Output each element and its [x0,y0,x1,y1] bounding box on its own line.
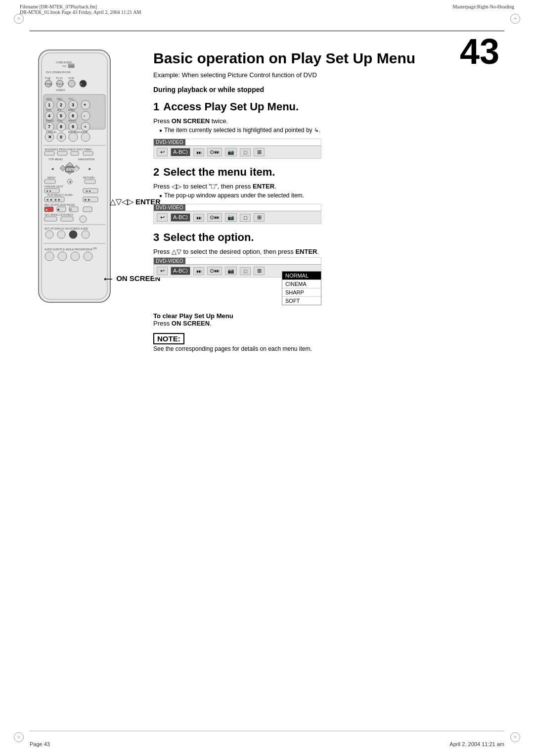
svg-rect-102 [61,217,73,221]
svg-text:SEQUENCE PROG/CHECK DATO   TIM: SEQUENCE PROG/CHECK DATO TIMER [44,148,91,151]
svg-text:ON: ON [93,247,97,250]
dvd-ctrl3-back: ↩ [157,267,168,275]
svg-text:7: 7 [48,124,50,129]
svg-text:TUV: TUV [57,119,62,122]
svg-text:FSR/UHD          VE/VT: FSR/UHD VE/VT [44,185,63,188]
dvd-ctrl2-skip: ⏭ [193,214,204,222]
remote-svg: CABLE/SAT TV DVD DV1 STAND-BY/ON TV@ TV … [29,47,120,310]
svg-text:TV A: TV A [57,83,63,86]
svg-text:TV A/: TV A/ [56,77,63,80]
svg-text:●: ● [45,208,47,211]
svg-text:REC  STOP/CLEAR  PAUSE: REC STOP/CLEAR PAUSE [44,203,75,206]
section-2-title: Select the menu item. [163,166,275,179]
section-1-heading: 1 Access Play Set Up Menu. [153,100,504,113]
bottom-rule [30,731,504,731]
dropdown-item-cinema: CINEMA [282,280,321,288]
dvd-ctrl2-abc: A-BC⟩ [171,213,190,222]
main-content: Basic operation on Play Set Up Menu Exam… [153,49,504,716]
svg-text:NAVIGATION: NAVIGATION [78,158,94,161]
svg-text:◄  ►  ►►: ◄ ► ►► [45,198,61,201]
svg-text:4: 4 [48,113,50,118]
svg-text:◄◄: ◄◄ [85,189,91,192]
dvd-bar-3-area: DVD-VIDEO ↩ A-BC⟩ ⏭ ⊙⏭ 📷 □ ⊞ NORMAL CINE… [153,257,321,278]
svg-text:►►: ►► [84,198,91,201]
top-rule [30,31,504,31]
dvd-ctrl3-grid: ⊞ [254,267,265,275]
footer-page: Page 43 [30,741,50,747]
svg-text:2: 2 [60,102,62,107]
section-2-instruction: Press ◁▷ to select "□", then press ENTER… [153,183,504,190]
section-3-number: 3 [153,231,159,244]
onscreen-arrow-icon: ⟵ [104,276,112,283]
svg-text:8: 8 [60,124,62,129]
svg-rect-79 [85,180,95,184]
dropdown-item-sharp: SHARP [282,288,321,297]
svg-text:■: ■ [57,208,59,211]
dvd-ctrl-back: ↩ [157,148,168,156]
dropdown-menu: NORMAL CINEMA SHARP SOFT [282,271,321,305]
svg-text:REC MODE  LIST/CHECK: REC MODE LIST/CHECK [44,213,73,216]
svg-text:JKL: JKL [57,108,61,111]
svg-text:TV@: TV@ [44,77,51,80]
dvd-ctrl-square: □ [240,148,251,156]
dvd-ctrl-skip: ⏭ [193,148,204,156]
note-section: NOTE: See the corresponding pages for de… [153,333,504,352]
svg-text:9: 9 [72,124,74,129]
dropdown-item-normal: NORMAL [282,272,321,280]
svg-rect-78 [44,180,55,184]
svg-text:MNO: MNO [68,108,75,111]
svg-text:▼: ▼ [69,181,72,184]
svg-text:TOP MENU: TOP MENU [48,158,63,161]
svg-point-39 [81,111,90,120]
svg-text:-: - [84,113,85,118]
dvd-ctrl3-skip: ⏭ [193,267,204,275]
svg-text:WXYZ: WXYZ [68,119,77,122]
dvd-ctrl-cam: 📷 [225,148,237,156]
svg-text:0: 0 [60,135,62,140]
svg-text:SET UP  DISPLAY  ON SCREEN    : SET UP DISPLAY ON SCREEN GUIDE [44,227,89,230]
svg-text:PLAY/SELECT  SLOW+: PLAY/SELECT SLOW+ [47,193,73,196]
section-1-number: 1 [153,100,159,113]
section-3-instruction: Press △▽ to select the desired option, t… [153,248,504,255]
dvd-bar-1: DVD-VIDEO ↩ A-BC⟩ ⏭ ⊙⏭ 📷 □ ⊞ [153,139,321,159]
svg-point-113 [45,252,54,261]
dvd-bar-1-controls: ↩ A-BC⟩ ⏭ ⊙⏭ 📷 □ ⊞ [154,145,321,158]
svg-point-115 [71,252,80,261]
svg-text:RETURN: RETURN [83,176,94,179]
remote-control: CABLE/SAT TV DVD DV1 STAND-BY/ON TV@ TV … [29,47,133,312]
dvd-ctrl2-cam: 📷 [225,213,237,222]
svg-rect-63 [57,151,67,155]
svg-text:TV+: TV+ [68,97,74,100]
page-title: Basic operation on Play Set Up Menu [153,49,504,67]
dvd-ctrl-circle: ⊙⏭ [207,148,222,156]
svg-text:TV@: TV@ [45,83,52,86]
svg-text:VIDEO: VIDEO [56,89,65,92]
section-1-title: Access Play Set Up Menu. [163,100,299,113]
enter-arrow: △▽◁▷ [110,197,134,206]
dvd-bar-1-label: DVD-VIDEO [154,139,185,145]
svg-text:DEL: DEL [57,97,63,100]
svg-point-114 [58,252,67,261]
footer-date: April 2, 2004 11:21 am [449,741,504,747]
header-bookinfo: DR-M7EK_01.book Page 43 Friday, April 2,… [20,9,141,15]
svg-text:AUDIO  SUBTITLE  ANGLE  PROGRE: AUDIO SUBTITLE ANGLE PROGRESSIVE [44,248,93,251]
dvd-ctrl3-square: □ [240,267,251,275]
section-1-instruction: Press ON SCREEN twice. [153,117,504,125]
note-title: NOTE: [153,333,184,344]
header-left: Filename [DR-M7EK_07Playback.fm] DR-M7EK… [20,4,141,15]
svg-point-12 [68,80,75,87]
svg-text:MENU: MENU [47,176,55,179]
svg-rect-62 [44,151,54,155]
svg-text:ENTER: ENTER [66,168,78,171]
subtitle: Example: When selecting Picture Control … [153,71,504,79]
section-3-heading: 3 Select the option. [153,231,504,244]
note-title-area: NOTE: [153,333,504,344]
header: Filename [DR-M7EK_07Playback.fm] DR-M7EK… [20,4,514,15]
svg-text:+: + [84,102,86,107]
svg-text:TV: TV [62,65,66,68]
svg-point-108 [69,231,77,238]
section-2-heading: 2 Select the menu item. [153,166,504,179]
svg-text:CABLE/SAT: CABLE/SAT [56,61,72,64]
svg-rect-65 [83,151,93,155]
note-text: See the corresponding pages for details … [153,345,504,352]
